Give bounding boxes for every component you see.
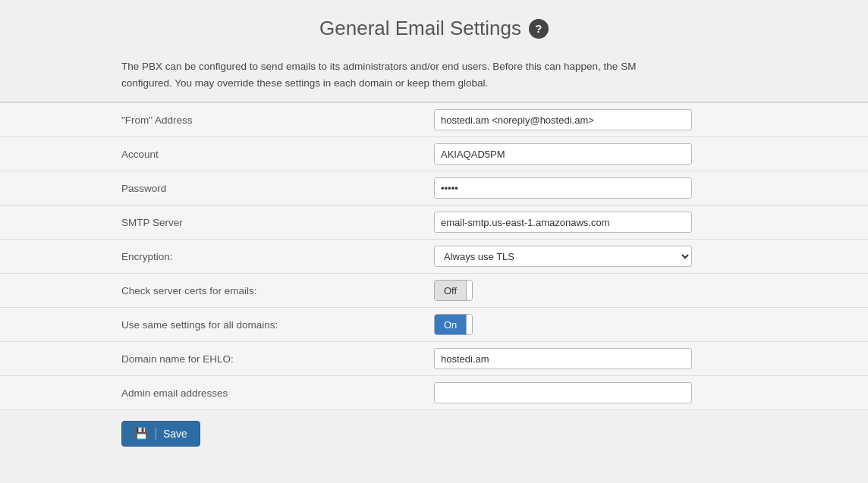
- password-value-cell: [434, 171, 868, 205]
- save-icon: 💾: [134, 427, 149, 441]
- check-server-certs-toggle[interactable]: Off: [434, 280, 473, 301]
- button-separator: [156, 428, 156, 440]
- encryption-select[interactable]: Always use TLS SSL None: [434, 246, 692, 267]
- admin-email-input[interactable]: [434, 382, 692, 403]
- account-value-cell: [434, 137, 868, 171]
- settings-table: "From" Address Account Password SMTP Ser…: [0, 102, 868, 410]
- save-button-label: Save: [163, 428, 187, 440]
- from-address-value-cell: [434, 103, 868, 137]
- domain-ehlo-label: Domain name for EHLO:: [0, 342, 434, 376]
- page-wrapper: General Email Settings ? The PBX can be …: [0, 0, 868, 483]
- table-row: Encryption: Always use TLS SSL None: [0, 240, 868, 274]
- use-same-settings-value-cell: On: [434, 308, 868, 342]
- table-row: Account: [0, 137, 868, 171]
- smtp-server-input[interactable]: [434, 212, 692, 233]
- domain-ehlo-value-cell: [434, 342, 868, 376]
- check-server-certs-label: Check server certs for emails:: [0, 274, 434, 308]
- page-header: General Email Settings ?: [0, 0, 868, 48]
- admin-email-label: Admin email addresses: [0, 376, 434, 410]
- description-box: The PBX can be configured to send emails…: [0, 48, 868, 102]
- help-icon[interactable]: ?: [529, 19, 549, 39]
- from-address-input[interactable]: [434, 109, 692, 130]
- toggle-off-button[interactable]: Off: [435, 281, 466, 300]
- encryption-value-cell: Always use TLS SSL None: [434, 240, 868, 274]
- from-address-label: "From" Address: [0, 103, 434, 137]
- table-row: Use same settings for all domains: On: [0, 308, 868, 342]
- toggle-handle: [466, 281, 472, 300]
- table-row: Domain name for EHLO:: [0, 342, 868, 376]
- toggle-handle: [466, 315, 472, 334]
- check-server-certs-value-cell: Off: [434, 274, 868, 308]
- encryption-label: Encryption:: [0, 240, 434, 274]
- table-row: Check server certs for emails: Off: [0, 274, 868, 308]
- table-row: Admin email addresses: [0, 376, 868, 410]
- use-same-settings-label: Use same settings for all domains:: [0, 308, 434, 342]
- table-row: "From" Address: [0, 103, 868, 137]
- smtp-server-value-cell: [434, 205, 868, 240]
- use-same-settings-toggle[interactable]: On: [434, 314, 473, 335]
- password-input[interactable]: [434, 177, 692, 199]
- table-row: Password: [0, 171, 868, 205]
- account-label: Account: [0, 137, 434, 171]
- description-text: The PBX can be configured to send emails…: [121, 61, 636, 89]
- toggle-on-button[interactable]: On: [435, 315, 466, 334]
- save-button[interactable]: 💾 Save: [121, 421, 200, 447]
- domain-ehlo-input[interactable]: [434, 348, 692, 369]
- account-input[interactable]: [434, 143, 692, 165]
- password-label: Password: [0, 171, 434, 205]
- page-title: General Email Settings: [319, 17, 521, 40]
- smtp-server-label: SMTP Server: [0, 205, 434, 240]
- admin-email-value-cell: [434, 376, 868, 410]
- table-row: SMTP Server: [0, 205, 868, 240]
